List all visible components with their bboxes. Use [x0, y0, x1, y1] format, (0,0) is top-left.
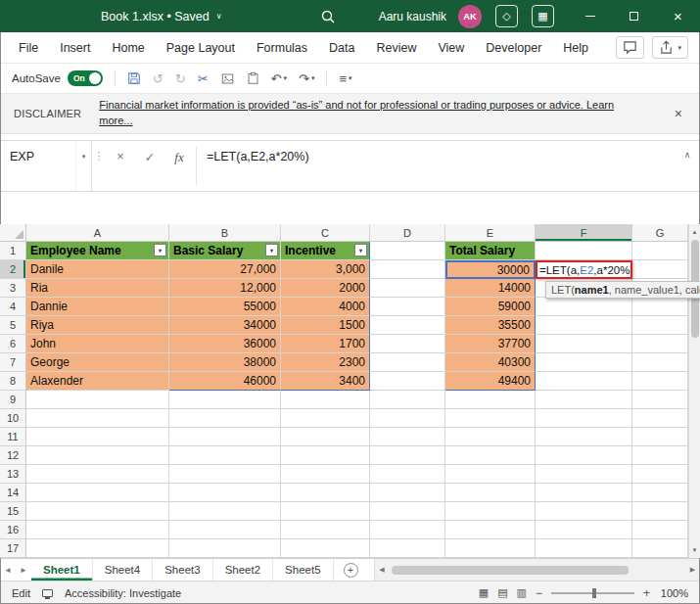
normal-view-icon[interactable]: ▦: [479, 586, 489, 599]
sheet-tab-sheet2[interactable]: Sheet2: [213, 559, 273, 581]
scroll-left-icon[interactable]: ◀: [375, 566, 390, 574]
cell-F15[interactable]: [536, 502, 632, 521]
cell-D5[interactable]: [370, 316, 445, 335]
formula-bar-handle-icon[interactable]: ⋮: [92, 141, 106, 191]
autosave-toggle[interactable]: On: [68, 70, 103, 86]
cell-E7[interactable]: 40300: [445, 353, 536, 372]
row-header-10[interactable]: 10: [0, 409, 26, 428]
column-header-D[interactable]: D: [370, 224, 445, 242]
name-box-value[interactable]: EXP: [0, 141, 75, 191]
hscroll-track[interactable]: [390, 564, 685, 576]
hscroll-thumb[interactable]: [392, 566, 629, 575]
tab-view[interactable]: View: [427, 32, 475, 63]
cell-B11[interactable]: [169, 428, 281, 446]
cancel-button[interactable]: ×: [106, 141, 135, 191]
cell-D17[interactable]: [370, 539, 445, 558]
new-sheet-button[interactable]: +: [344, 563, 358, 578]
cell-G7[interactable]: [632, 353, 688, 372]
cell-F4[interactable]: [536, 298, 632, 316]
cell-B8[interactable]: 46000: [169, 372, 281, 391]
cell-D4[interactable]: [370, 298, 445, 316]
cell-E12[interactable]: [445, 446, 536, 465]
cell-G12[interactable]: [632, 446, 688, 465]
cell-D13[interactable]: [370, 465, 445, 484]
cell-D1[interactable]: [370, 242, 445, 260]
cell-E5[interactable]: 35500: [445, 316, 536, 335]
cell-A6[interactable]: John: [26, 335, 169, 353]
row-header-1[interactable]: 1: [0, 242, 26, 260]
cell-A16[interactable]: [26, 521, 169, 539]
cell-E14[interactable]: [445, 484, 536, 502]
enter-button[interactable]: ✓: [135, 141, 164, 191]
row-header-12[interactable]: 12: [0, 446, 26, 465]
formula-input[interactable]: =LET(a,E2,a*20%): [199, 141, 675, 191]
picture-icon[interactable]: [220, 72, 235, 85]
column-header-A[interactable]: A: [26, 224, 169, 242]
cell-C12[interactable]: [281, 446, 370, 465]
column-header-G[interactable]: G: [632, 224, 688, 242]
cell-A15[interactable]: [26, 502, 169, 521]
cell-A11[interactable]: [26, 428, 169, 446]
cell-F6[interactable]: [536, 335, 632, 353]
row-header-13[interactable]: 13: [0, 465, 26, 484]
cell-G17[interactable]: [632, 539, 688, 558]
cell-C13[interactable]: [281, 465, 370, 484]
zoom-level[interactable]: 100%: [659, 587, 688, 599]
cell-A14[interactable]: [26, 484, 169, 502]
page-break-view-icon[interactable]: ▥: [517, 586, 527, 599]
cut-icon[interactable]: ✂: [198, 71, 209, 86]
collapse-formula-bar-icon[interactable]: ∧: [675, 141, 700, 191]
cell-D6[interactable]: [370, 335, 445, 353]
cell-A17[interactable]: [26, 539, 169, 558]
cell-F5[interactable]: [536, 316, 632, 335]
row-header-5[interactable]: 5: [0, 316, 26, 335]
cell-G4[interactable]: [632, 298, 688, 316]
cell-G1[interactable]: [632, 242, 688, 260]
user-name[interactable]: Aaru kaushik: [379, 10, 446, 23]
zoom-slider[interactable]: [551, 592, 634, 594]
cell-E9[interactable]: [445, 391, 536, 409]
cell-E17[interactable]: [445, 539, 536, 558]
filter-dropdown-A1[interactable]: ▾: [154, 244, 166, 256]
save-icon[interactable]: [127, 71, 141, 85]
cell-E4[interactable]: 59000: [445, 298, 536, 316]
cell-F9[interactable]: [536, 391, 632, 409]
cell-A8[interactable]: Alaxender: [26, 372, 169, 391]
cell-B5[interactable]: 34000: [169, 316, 281, 335]
cell-F10[interactable]: [536, 409, 632, 428]
column-header-C[interactable]: C: [281, 224, 370, 242]
scroll-down-icon[interactable]: ▼: [689, 542, 700, 558]
cell-F13[interactable]: [536, 465, 632, 484]
zoom-slider-thumb[interactable]: [592, 588, 596, 598]
sheet-nav-right-icon[interactable]: ►: [16, 559, 31, 581]
select-all-button[interactable]: [0, 224, 26, 242]
cell-E1[interactable]: Total Salary: [445, 242, 536, 260]
undo-icon[interactable]: ↺: [153, 71, 163, 86]
cell-F16[interactable]: [536, 521, 632, 539]
cell-D16[interactable]: [370, 521, 445, 539]
cell-B4[interactable]: 55000: [169, 298, 281, 316]
cell-C2[interactable]: 3,000: [281, 260, 370, 279]
disclaimer-close-icon[interactable]: ×: [675, 106, 686, 121]
cell-G2[interactable]: [632, 260, 688, 279]
cell-G15[interactable]: [632, 502, 688, 521]
filter-dropdown-C1[interactable]: ▾: [354, 244, 367, 256]
cell-C14[interactable]: [281, 484, 370, 502]
cell-A1[interactable]: Employee Name▾: [26, 242, 169, 260]
cell-E15[interactable]: [445, 502, 536, 521]
tab-home[interactable]: Home: [101, 32, 155, 63]
zoom-in-button[interactable]: +: [643, 586, 650, 600]
avatar[interactable]: AK: [458, 5, 482, 28]
cell-G14[interactable]: [632, 484, 688, 502]
row-header-4[interactable]: 4: [0, 298, 26, 316]
sheet-nav-left-icon[interactable]: ◄: [0, 559, 16, 581]
cell-D8[interactable]: [370, 372, 445, 391]
zoom-out-button[interactable]: −: [536, 586, 542, 600]
scroll-right-icon[interactable]: ▶: [685, 566, 700, 574]
cell-F2[interactable]: =LET(a,E2,a*20%): [536, 260, 632, 279]
close-button[interactable]: ×: [656, 0, 700, 32]
cell-C11[interactable]: [281, 428, 370, 446]
tab-review[interactable]: Review: [365, 32, 427, 63]
share-button[interactable]: ▾: [652, 36, 688, 59]
cell-G10[interactable]: [632, 409, 688, 428]
